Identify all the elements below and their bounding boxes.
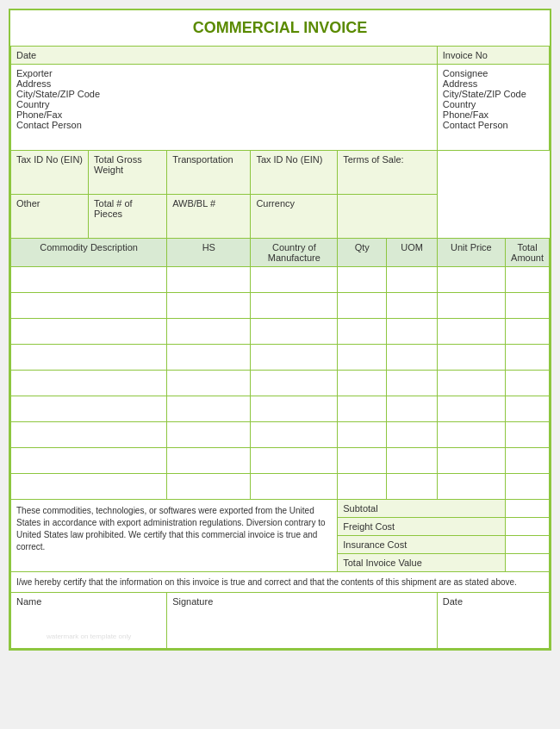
- invoice-no-field[interactable]: Invoice No: [437, 47, 549, 65]
- country-label1: Country: [16, 99, 432, 109]
- hs-header: HS: [167, 239, 251, 267]
- phone-fax-label1: Phone/Fax: [16, 109, 432, 120]
- certification-row: I/we hereby certify that the information…: [11, 572, 550, 593]
- table-row: [11, 371, 550, 396]
- currency-field[interactable]: Currency: [251, 195, 338, 239]
- date-field[interactable]: Date: [11, 47, 438, 65]
- total-amount-header: Total Amount: [506, 239, 550, 267]
- qty-header: Qty: [338, 239, 387, 267]
- certification-text: I/we hereby certify that the information…: [11, 572, 550, 593]
- invoice-page: COMMERCIAL INVOICE Date Invoice No Expor…: [9, 9, 551, 651]
- address-label1: Address: [16, 78, 432, 89]
- transportation-field[interactable]: Transportation: [167, 151, 251, 195]
- signature-field[interactable]: Signature: [167, 593, 438, 649]
- disclaimer-summary-row: These commodities, technologies, or soft…: [11, 500, 550, 518]
- gross-weight-field[interactable]: Total Gross Weight: [89, 151, 167, 195]
- date-field2[interactable]: Date: [437, 593, 549, 649]
- country-manufacture-header: Country of Manufacture: [251, 239, 338, 267]
- uom-header: UOM: [387, 239, 438, 267]
- table-row: [11, 345, 550, 371]
- commodity-desc-header: Commodity Description: [11, 239, 167, 267]
- phone-fax-label2: Phone/Fax: [443, 109, 544, 120]
- table-row: [11, 474, 550, 500]
- awb-field[interactable]: AWB/BL #: [167, 195, 251, 239]
- table-row: [11, 293, 550, 319]
- pieces-field[interactable]: Total # of Pieces: [89, 195, 167, 239]
- name-field[interactable]: Name watermark on template only: [11, 593, 167, 649]
- other-field[interactable]: Other: [11, 195, 89, 239]
- consignee-section: Consignee Address City/State/ZIP Code Co…: [437, 65, 549, 151]
- terms-of-sale-value[interactable]: [338, 195, 438, 239]
- date-label2: Date: [443, 596, 544, 607]
- terms-of-sale-field[interactable]: Terms of Sale:: [338, 151, 438, 195]
- freight-cost-label: Freight Cost: [338, 518, 506, 536]
- total-invoice-value-label: Total Invoice Value: [338, 554, 506, 572]
- consignee-label: Consignee: [443, 68, 544, 78]
- disclaimer-text: These commodities, technologies, or soft…: [11, 500, 338, 572]
- subtotal-value[interactable]: [506, 500, 550, 518]
- total-invoice-value-value[interactable]: [506, 554, 550, 572]
- contact-person-label1: Contact Person: [16, 120, 432, 130]
- table-row: [11, 422, 550, 448]
- tax-id-field1[interactable]: Tax ID No (EIN): [11, 151, 89, 195]
- insurance-cost-label: Insurance Cost: [338, 536, 506, 554]
- watermark-text: watermark on template only: [16, 632, 161, 640]
- exporter-section: Exporter Address City/State/ZIP Code Cou…: [11, 65, 438, 151]
- contact-person-label2: Contact Person: [443, 120, 544, 130]
- insurance-cost-value[interactable]: [506, 536, 550, 554]
- subtotal-label: Subtotal: [338, 500, 506, 518]
- invoice-title: COMMERCIAL INVOICE: [10, 10, 550, 46]
- table-row: [11, 396, 550, 422]
- exporter-label: Exporter: [16, 68, 432, 78]
- tax-id-field2[interactable]: Tax ID No (EIN): [251, 151, 338, 195]
- freight-cost-value[interactable]: [506, 518, 550, 536]
- country-label2: Country: [443, 99, 544, 109]
- signature-row: Name watermark on template only Signatur…: [11, 593, 550, 649]
- signature-label: Signature: [172, 596, 432, 607]
- unit-price-header: Unit Price: [437, 239, 505, 267]
- address-label2: Address: [443, 78, 544, 89]
- city-state-zip-label1: City/State/ZIP Code: [16, 89, 432, 99]
- city-state-zip-label2: City/State/ZIP Code: [443, 89, 544, 99]
- table-row: [11, 267, 550, 293]
- table-row: [11, 448, 550, 474]
- table-row: [11, 319, 550, 345]
- name-label: Name: [16, 596, 161, 607]
